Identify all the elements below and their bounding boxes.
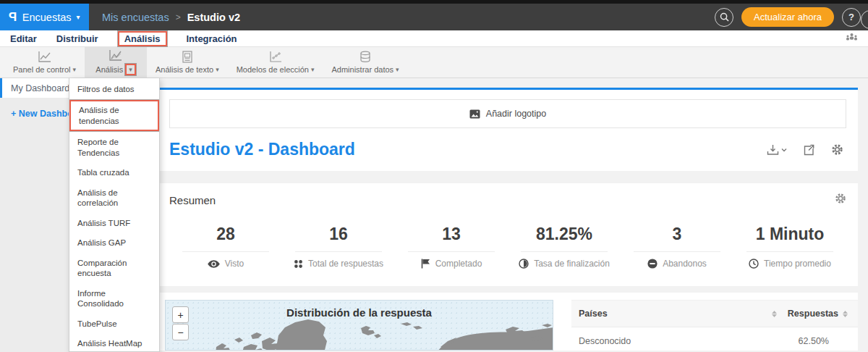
- share-button[interactable]: [803, 144, 815, 156]
- bottom-widgets-panel: + − Distribución de la respuesta: [158, 293, 858, 351]
- table-header-row: Países Respuestas: [571, 301, 858, 327]
- stat-value: 16: [282, 225, 395, 244]
- stat-viewed: 28 Visto: [169, 225, 282, 269]
- countries-table: Países Respuestas Desconoc: [571, 300, 858, 351]
- chevron-down-icon[interactable]: ▾: [129, 66, 132, 73]
- divider: [182, 251, 269, 252]
- breadcrumb-my-surveys[interactable]: Mis encuestas: [102, 12, 169, 23]
- dashboard-settings-button[interactable]: [831, 143, 843, 156]
- completion-rate-icon: [519, 259, 529, 269]
- stat-dropouts: 3 Abandonos: [621, 225, 733, 269]
- toolbar-analisis[interactable]: Análisis▾: [85, 47, 147, 77]
- update-now-button[interactable]: Actualizar ahora: [741, 7, 834, 27]
- tab-integracion[interactable]: Integración: [187, 34, 237, 43]
- stat-value: 1 Minuto: [733, 225, 846, 244]
- stat-label: Tasa de finalización: [534, 259, 610, 269]
- grid-dots-icon: [294, 259, 303, 269]
- add-logo-label: Añadir logotipo: [486, 109, 546, 119]
- summary-panel: Resumen 28 Visto 16: [158, 183, 858, 286]
- trend-chart-icon: [109, 49, 123, 62]
- product-switcher-button[interactable]: P Encuestas ▾: [0, 4, 89, 30]
- breadcrumb-current-survey: Estudio v2: [187, 12, 240, 23]
- menu-item-tubepulse[interactable]: TubePulse: [69, 315, 159, 332]
- help-button[interactable]: ?: [842, 8, 861, 27]
- toolbar-label: Modelos de elección: [237, 65, 309, 74]
- image-icon: [469, 109, 480, 119]
- chevron-down-icon: ▾: [396, 66, 399, 73]
- summary-settings-button[interactable]: [835, 193, 846, 207]
- toolbar-panel-de-control[interactable]: Panel de control▾: [4, 47, 85, 77]
- tab-editar[interactable]: Editar: [10, 34, 37, 43]
- menu-item-analisis-gap[interactable]: Análisis GAP: [69, 234, 159, 251]
- stat-label: Abandonos: [663, 259, 707, 269]
- text-document-icon: [181, 51, 194, 63]
- map-zoom-in-button[interactable]: +: [172, 306, 189, 323]
- stat-value: 28: [169, 225, 282, 244]
- menu-item-comparacion-encuesta[interactable]: Comparación encuesta: [69, 254, 159, 282]
- response-distribution-map[interactable]: + − Distribución de la respuesta: [165, 300, 553, 351]
- menu-item-informe-consolidado[interactable]: Informe Consolidado: [69, 285, 159, 313]
- tab-distribuir[interactable]: Distribuir: [56, 34, 98, 43]
- stat-label: Visto: [225, 259, 244, 269]
- divider: [408, 251, 495, 252]
- stat-value: 3: [621, 225, 733, 244]
- share-icon: [803, 144, 815, 156]
- analytics-toolbar: Panel de control▾ Análisis▾ Análisis de …: [0, 47, 868, 78]
- column-header-responses[interactable]: Respuestas: [788, 309, 838, 319]
- menu-item-filtros-de-datos[interactable]: Filtros de datos: [69, 80, 159, 98]
- collaborators-button[interactable]: [846, 32, 868, 45]
- toolbar-analisis-de-texto[interactable]: Análisis de texto▾: [147, 47, 228, 77]
- survey-tabs: Editar Distribuir Análisis Integración: [0, 30, 868, 47]
- tab-analisis[interactable]: Análisis: [118, 31, 167, 46]
- toolbar-label: Análisis de texto: [156, 65, 213, 74]
- chevron-down-icon: [781, 148, 787, 152]
- search-icon: [720, 12, 729, 22]
- page-title: Estudio v2 - Dashboard: [169, 140, 355, 159]
- toolbar-administrar-datos[interactable]: Administrar datos▾: [323, 47, 408, 77]
- download-button[interactable]: [767, 144, 787, 156]
- gear-icon: [835, 193, 846, 204]
- minus-circle-icon: [647, 259, 658, 269]
- toolbar-label: Panel de control: [13, 65, 71, 74]
- analysis-dropdown-menu: Filtros de datos Análisis de tendencias …: [69, 78, 160, 352]
- header-actions: Actualizar ahora ?: [715, 7, 868, 27]
- chevron-down-icon: ▾: [77, 13, 80, 21]
- sort-icon[interactable]: [843, 311, 848, 317]
- flag-icon: [421, 259, 430, 269]
- dashboard-main: Añadir logotipo Estudio v2 - Dashboard: [141, 78, 868, 352]
- table-row[interactable]: Desconocido 62.50%: [571, 327, 858, 352]
- search-button[interactable]: [715, 8, 733, 27]
- stat-value: 13: [395, 225, 508, 244]
- country-cell: Desconocido: [579, 336, 631, 346]
- summary-stats: 28 Visto 16 Total de respuestas: [169, 225, 846, 269]
- toolbar-modelos-de-eleccion[interactable]: Modelos de elección▾: [228, 47, 323, 77]
- gear-icon: [831, 143, 843, 156]
- stat-average-time: 1 Minuto Tiempo promedio: [733, 225, 846, 269]
- summary-heading: Resumen: [169, 194, 216, 206]
- stat-completed: 13 Completado: [395, 225, 508, 269]
- responses-cell: 62.50%: [799, 336, 829, 346]
- product-name: Encuestas: [22, 12, 72, 23]
- download-icon: [767, 144, 779, 156]
- chevron-down-icon: ▾: [311, 66, 315, 73]
- divider: [634, 251, 720, 252]
- sort-icon[interactable]: [772, 311, 777, 317]
- stat-label: Tiempo promedio: [764, 259, 831, 269]
- add-logo-dropzone[interactable]: Añadir logotipo: [169, 99, 846, 128]
- line-chart-icon: [38, 51, 52, 63]
- menu-item-analisis-de-correlacion[interactable]: Análisis de correlación: [69, 184, 159, 212]
- menu-item-reporte-de-tendencias[interactable]: Reporte de Tendencias: [69, 133, 159, 162]
- stat-completion-rate: 81.25% Tasa de finalización: [508, 225, 621, 269]
- menu-item-analisis-de-tendencias[interactable]: Análisis de tendencias: [69, 100, 159, 131]
- eye-icon: [208, 260, 220, 268]
- divider: [521, 251, 608, 252]
- menu-item-analisis-heatmap[interactable]: Análisis HeatMap: [69, 335, 159, 352]
- stat-value: 81.25%: [508, 225, 621, 244]
- annotation-box-caret: ▾: [125, 64, 136, 75]
- chevron-down-icon: ▾: [216, 66, 219, 73]
- menu-item-analisis-turf[interactable]: Análisis TURF: [69, 214, 159, 232]
- questionpro-logo-icon: P: [9, 11, 17, 23]
- column-header-countries[interactable]: Países: [579, 309, 608, 319]
- map-zoom-out-button[interactable]: −: [172, 324, 189, 340]
- menu-item-tabla-cruzada[interactable]: Tabla cruzada: [69, 164, 159, 181]
